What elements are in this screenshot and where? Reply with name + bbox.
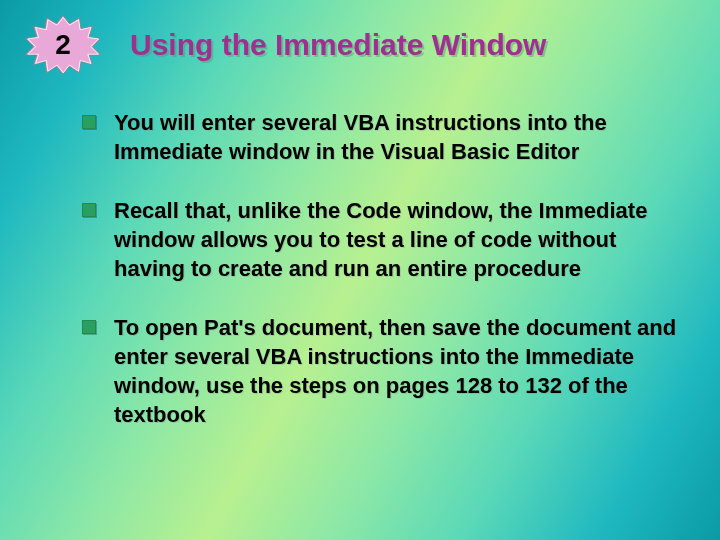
bullet-text: You will enter several VBA instructions … [114,110,607,164]
list-item: You will enter several VBA instructions … [74,108,680,166]
bullet-icon [82,115,96,129]
list-item: Recall that, unlike the Code window, the… [74,196,680,283]
bullet-text: Recall that, unlike the Code window, the… [114,198,647,281]
slide-number: 2 [22,14,104,76]
bullet-icon [82,203,96,217]
slide-number-badge: 2 [22,14,104,76]
list-item: To open Pat's document, then save the do… [74,313,680,429]
slide-title: Using the Immediate Window [130,28,546,62]
bullet-text: To open Pat's document, then save the do… [114,315,676,427]
bullet-list: You will enter several VBA instructions … [74,108,680,459]
bullet-icon [82,320,96,334]
